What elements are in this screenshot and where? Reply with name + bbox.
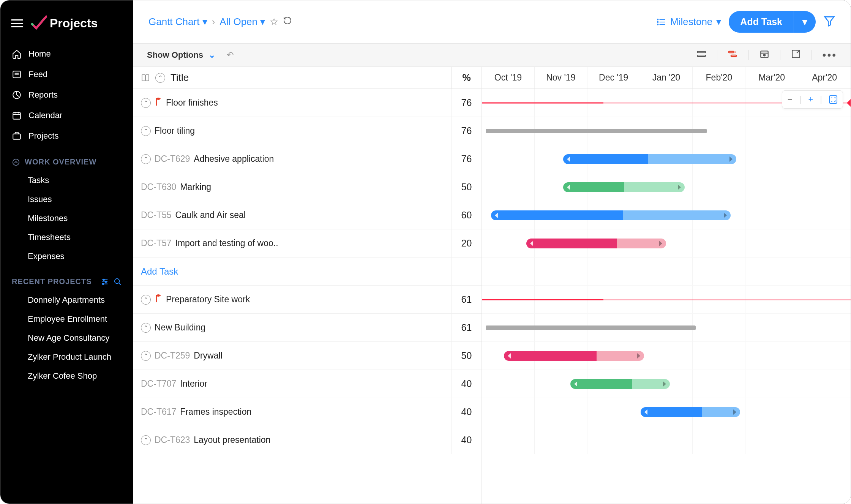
task-percent: 40 xyxy=(451,370,482,398)
task-row[interactable]: ⌃New Building61 xyxy=(133,314,482,342)
task-row[interactable]: DC-T630Marking50 xyxy=(133,173,482,201)
task-row[interactable]: Add Task xyxy=(133,258,482,286)
task-bar[interactable] xyxy=(491,210,731,220)
group-summary-bar[interactable] xyxy=(486,325,696,330)
undo-icon[interactable]: ↶ xyxy=(227,50,234,60)
task-percent: 40 xyxy=(451,398,482,426)
svg-point-32 xyxy=(763,54,765,56)
task-bar[interactable] xyxy=(570,379,670,389)
task-row[interactable]: ⌃Floor tiling76 xyxy=(133,117,482,145)
group-by-selector[interactable]: Milestone ▾ xyxy=(657,16,721,28)
nav-item-calendar[interactable]: Calendar xyxy=(0,105,133,126)
percent-column-header[interactable]: % xyxy=(451,67,482,88)
task-row[interactable]: ⌃Floor finishes76 xyxy=(133,89,482,117)
settings-sliders-icon[interactable] xyxy=(101,278,109,286)
favorite-star-icon[interactable]: ☆ xyxy=(270,16,278,28)
work-item-issues[interactable]: Issues xyxy=(0,190,133,209)
timeline-row xyxy=(482,201,851,229)
zoom-out-button[interactable]: − xyxy=(788,95,793,104)
reload-icon[interactable] xyxy=(283,16,292,28)
recent-project-item[interactable]: Zylker Cofee Shop xyxy=(0,367,133,386)
svg-line-34 xyxy=(797,50,800,53)
timeline-row xyxy=(482,370,851,398)
recent-project-item[interactable]: Zylker Product Launch xyxy=(0,348,133,367)
recent-project-item[interactable]: Donnelly Apartments xyxy=(0,291,133,310)
add-task-inline[interactable]: Add Task xyxy=(133,266,451,277)
task-percent: 61 xyxy=(451,314,482,341)
app-logo[interactable]: Projects xyxy=(30,15,98,32)
home-icon xyxy=(12,49,22,59)
work-item-tasks[interactable]: Tasks xyxy=(0,171,133,190)
collapse-icon[interactable]: ⌃ xyxy=(141,295,151,305)
task-percent: 40 xyxy=(451,426,482,454)
task-row[interactable]: ⌃DC-T629Adhesive application76 xyxy=(133,145,482,173)
svg-rect-0 xyxy=(13,71,21,77)
svg-rect-25 xyxy=(697,51,706,53)
task-percent: 50 xyxy=(451,342,482,370)
search-icon[interactable] xyxy=(114,278,122,286)
app-name: Projects xyxy=(50,16,98,30)
calendar-today-icon[interactable] xyxy=(759,49,769,61)
recent-project-item[interactable]: New Age Consultancy xyxy=(0,329,133,348)
title-column-header[interactable]: Title xyxy=(171,72,189,84)
task-bar[interactable] xyxy=(641,407,740,417)
collapse-icon[interactable]: ⌃ xyxy=(141,98,151,108)
task-name: Adhesive application xyxy=(194,154,274,164)
nav-item-reports[interactable]: Reports xyxy=(0,85,133,105)
task-id: DC-T259 xyxy=(155,351,190,361)
collapse-icon[interactable]: ⌃ xyxy=(141,126,151,136)
task-row[interactable]: ⌃DC-T623Layout presentation40 xyxy=(133,426,482,454)
svg-point-9 xyxy=(13,159,19,165)
work-item-expenses[interactable]: Expenses xyxy=(0,247,133,266)
milestone-flag-icon xyxy=(155,294,162,305)
hamburger-menu[interactable] xyxy=(11,19,23,27)
task-bar[interactable] xyxy=(526,239,666,248)
fullscreen-icon[interactable] xyxy=(791,49,801,61)
task-row[interactable]: ⌃Preparatory Site work61 xyxy=(133,286,482,314)
task-row[interactable]: DC-T707Interior40 xyxy=(133,370,482,398)
collapse-icon[interactable]: ⌃ xyxy=(141,323,151,333)
breadcrumb-separator: › xyxy=(212,16,215,28)
work-overview-label: WORK OVERVIEW xyxy=(25,158,96,166)
nav-item-feed[interactable]: Feed xyxy=(0,64,133,85)
task-row[interactable]: DC-T57Import and testing of woo..20 xyxy=(133,229,482,258)
nav-item-projects[interactable]: Projects xyxy=(0,126,133,146)
add-task-dropdown[interactable]: ▾ xyxy=(794,11,816,33)
task-row[interactable]: ⌃DC-T259Drywall50 xyxy=(133,342,482,370)
milestone-bar[interactable] xyxy=(482,102,603,103)
gantt-view-1-icon[interactable] xyxy=(696,50,706,60)
breadcrumb: Gantt Chart ▾ › All Open ▾ ☆ xyxy=(148,16,292,28)
task-name: Floor finishes xyxy=(166,98,218,108)
show-options-toggle[interactable]: Show Options ⌄ xyxy=(147,50,215,60)
filter-icon[interactable] xyxy=(823,15,835,29)
task-row[interactable]: DC-T55Caulk and Air seal60 xyxy=(133,201,482,229)
add-task-button[interactable]: Add Task ▾ xyxy=(729,11,816,33)
work-item-timesheets[interactable]: Timesheets xyxy=(0,228,133,247)
group-summary-bar[interactable] xyxy=(486,129,707,133)
zoom-fit-button[interactable]: ⛶ xyxy=(829,95,837,104)
more-icon[interactable]: ••• xyxy=(823,49,837,61)
recent-project-item[interactable]: Employee Enrollment xyxy=(0,310,133,329)
svg-marker-24 xyxy=(825,17,834,26)
task-bar[interactable] xyxy=(563,154,736,164)
task-bar[interactable] xyxy=(563,182,685,192)
task-bar[interactable] xyxy=(504,351,644,361)
collapse-icon[interactable]: ⌃ xyxy=(141,154,151,164)
collapse-icon[interactable]: ⌃ xyxy=(141,435,151,445)
task-percent: 60 xyxy=(451,201,482,229)
work-overview-header[interactable]: WORK OVERVIEW xyxy=(0,146,133,171)
collapse-all-icon[interactable]: ⌃ xyxy=(155,73,165,83)
collapse-icon[interactable]: ⌃ xyxy=(141,351,151,361)
work-item-milestones[interactable]: Milestones xyxy=(0,209,133,228)
svg-rect-28 xyxy=(731,55,736,57)
zoom-in-button[interactable]: + xyxy=(808,95,813,104)
columns-icon[interactable] xyxy=(141,73,150,82)
task-percent xyxy=(451,258,482,285)
task-row[interactable]: DC-T617Frames inspection40 xyxy=(133,398,482,426)
milestone-bar[interactable] xyxy=(482,299,603,300)
gantt-view-2-icon[interactable] xyxy=(728,50,738,60)
nav-item-home[interactable]: Home xyxy=(0,44,133,64)
filter-selector[interactable]: All Open ▾ xyxy=(219,16,265,28)
view-selector[interactable]: Gantt Chart ▾ xyxy=(148,16,207,28)
svg-point-16 xyxy=(115,278,120,283)
